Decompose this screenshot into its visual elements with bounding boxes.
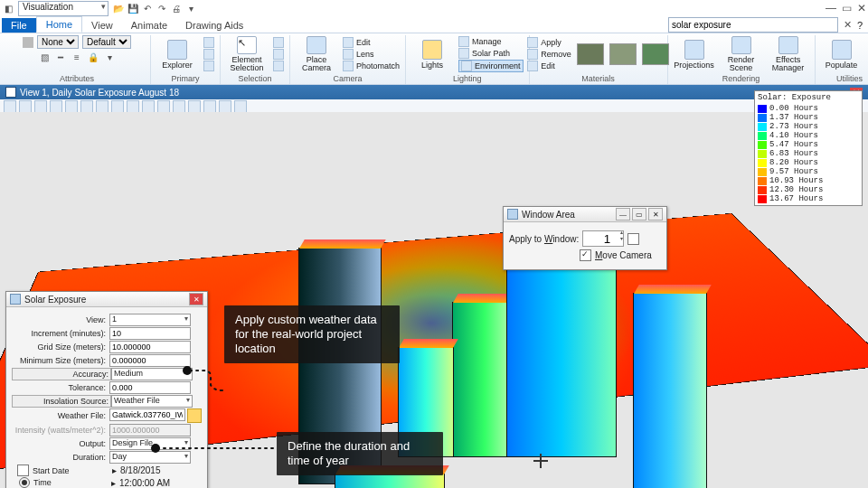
camera-lens[interactable]: Lens [343, 49, 400, 60]
tab-home[interactable]: Home [36, 16, 82, 33]
materials-edit[interactable]: Edit [527, 61, 571, 71]
output-dropdown[interactable]: Design File [109, 437, 191, 450]
legend-title: Solar: Exposure [758, 93, 859, 102]
legend-row: 12.30 Hours [758, 185, 859, 194]
place-camera-button[interactable]: Place Camera [296, 36, 337, 72]
move-camera-checkbox[interactable] [580, 249, 591, 261]
window-area-max-icon[interactable]: ▭ [632, 208, 646, 221]
tolerance-input[interactable] [109, 381, 191, 394]
weather-file-input[interactable] [109, 408, 185, 421]
level-select[interactable]: None [37, 35, 79, 49]
tab-animate[interactable]: Animate [122, 18, 176, 33]
qat-save-icon[interactable]: 💾 [127, 2, 139, 14]
material-swatch-3[interactable] [642, 43, 669, 65]
explorer-button[interactable]: Explorer [156, 36, 198, 72]
window-close-icon[interactable]: ✕ [857, 2, 866, 14]
window-restore-icon[interactable]: ▭ [842, 2, 852, 14]
vt-14[interactable] [203, 100, 216, 113]
lighting-solar-path[interactable]: Solar Path [458, 48, 524, 59]
workflow-dropdown[interactable]: Visualization [18, 1, 108, 16]
increment-input[interactable] [109, 327, 191, 340]
tab-view[interactable]: View [82, 18, 122, 33]
solar-close-icon[interactable]: ✕ [189, 293, 203, 305]
start-time-radio[interactable] [19, 477, 30, 488]
sel-tool-3[interactable] [273, 61, 284, 71]
vt-10[interactable] [142, 100, 155, 113]
effects-manager-button[interactable]: Effects Manager [768, 36, 809, 72]
vt-8[interactable] [111, 100, 124, 113]
camera-photomatch[interactable]: Photomatch [343, 61, 400, 71]
primary-tool-1[interactable] [203, 37, 214, 48]
qat-undo-icon[interactable]: ↶ [141, 2, 154, 14]
vt-1[interactable] [4, 100, 16, 113]
window-area-icon [507, 209, 518, 220]
display-select[interactable]: Default [82, 35, 131, 49]
group-rendering-label: Rendering [722, 73, 760, 84]
window-area-min-icon[interactable]: — [616, 208, 630, 221]
vt-2[interactable] [19, 100, 32, 113]
vt-9[interactable] [127, 100, 139, 113]
search-clear-icon[interactable]: ✕ [844, 19, 852, 31]
vt-13[interactable] [188, 100, 201, 113]
vt-3[interactable] [34, 100, 47, 113]
primary-tool-3[interactable] [203, 61, 214, 71]
lbl-source[interactable]: Insolation Source: [12, 395, 111, 408]
qat-print-icon[interactable]: 🖨 [170, 2, 183, 14]
help-icon[interactable]: ? [857, 20, 863, 31]
view-dropdown[interactable]: 1 [109, 314, 191, 326]
primary-tool-2[interactable] [203, 49, 214, 60]
materials-remove[interactable]: Remove [527, 49, 571, 60]
start-date-value[interactable]: 8/18/2015 [120, 465, 161, 475]
vt-4[interactable] [50, 100, 62, 113]
accuracy-dropdown[interactable]: Medium [111, 368, 193, 380]
vt-6[interactable] [80, 100, 93, 113]
attr-more-icon[interactable]: ▾ [103, 51, 116, 63]
materials-apply[interactable]: Apply [527, 37, 571, 48]
browse-file-icon[interactable] [187, 408, 202, 423]
populate-button[interactable]: Populate [821, 36, 863, 72]
attr-line-icon[interactable]: ━ [54, 51, 67, 63]
window-area-close-icon[interactable]: ✕ [648, 208, 663, 221]
min-size-input[interactable] [109, 354, 191, 367]
lighting-manage[interactable]: Manage [458, 36, 524, 47]
view-title: View 1, Daily Solar Exposure August 18 [20, 88, 179, 98]
start-date-checkbox[interactable] [17, 465, 29, 476]
attr-color-icon[interactable]: ▧ [38, 51, 51, 63]
sel-tool-2[interactable] [273, 49, 284, 60]
vt-12[interactable] [173, 100, 185, 113]
sel-tool-1[interactable] [273, 37, 284, 48]
vt-11[interactable] [157, 100, 170, 113]
material-swatch-2[interactable] [609, 43, 637, 65]
legend-row: 8.20 Hours [758, 158, 859, 167]
vt-7[interactable] [96, 100, 108, 113]
apply-checkbox[interactable] [627, 233, 639, 245]
projections-button[interactable]: Projections [674, 36, 715, 72]
vt-16[interactable] [234, 100, 247, 113]
vt-15[interactable] [219, 100, 231, 113]
lbl-accuracy[interactable]: Accuracy: [12, 368, 111, 380]
ribbon-search-input[interactable] [668, 17, 838, 33]
render-scene-button[interactable]: Render Scene [721, 36, 762, 72]
qat-more-icon[interactable]: ▾ [184, 2, 197, 14]
tab-file[interactable]: File [2, 18, 36, 33]
element-selection-button[interactable]: ↖Element Selection [226, 36, 268, 72]
vt-5[interactable] [65, 100, 78, 113]
start-time-value[interactable]: 12:00:00 AM [119, 478, 170, 488]
material-swatch-1[interactable] [577, 43, 604, 65]
apply-to-window-input[interactable] [582, 230, 624, 247]
building-6 [335, 474, 445, 488]
grid-size-input[interactable] [109, 341, 191, 353]
move-camera-label: Move Camera [595, 250, 652, 260]
duration-dropdown[interactable]: Day [109, 451, 191, 464]
camera-edit[interactable]: Edit [343, 37, 400, 48]
tab-drawing-aids[interactable]: Drawing Aids [176, 18, 252, 33]
attr-lock-icon[interactable]: 🔒 [87, 51, 99, 63]
lights-button[interactable]: Lights [411, 36, 453, 72]
qat-redo-icon[interactable]: ↷ [156, 2, 168, 14]
insolation-source-dropdown[interactable]: Weather File [111, 395, 193, 408]
attr-weight-icon[interactable]: ≡ [71, 51, 83, 63]
legend-row: 1.37 Hours [758, 113, 859, 122]
window-minimize-icon[interactable]: — [826, 2, 836, 14]
lighting-environment[interactable]: Environment [458, 60, 524, 72]
qat-open-icon[interactable]: 📂 [112, 2, 125, 14]
